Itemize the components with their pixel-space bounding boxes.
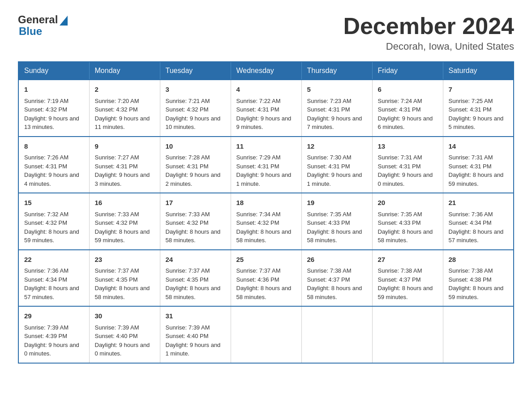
- calendar-week-row: 1Sunrise: 7:19 AMSunset: 4:32 PMDaylight…: [18, 80, 514, 137]
- calendar-week-row: 22Sunrise: 7:36 AMSunset: 4:34 PMDayligh…: [18, 250, 514, 307]
- calendar-cell: 25Sunrise: 7:37 AMSunset: 4:36 PMDayligh…: [231, 250, 301, 307]
- day-number: 16: [95, 198, 154, 208]
- calendar-cell: 30Sunrise: 7:39 AMSunset: 4:40 PMDayligh…: [89, 306, 160, 363]
- calendar-cell: 19Sunrise: 7:35 AMSunset: 4:33 PMDayligh…: [301, 193, 372, 250]
- calendar-cell: 20Sunrise: 7:35 AMSunset: 4:33 PMDayligh…: [372, 193, 443, 250]
- calendar-cell: [301, 306, 372, 363]
- day-info: Sunrise: 7:30 AMSunset: 4:31 PMDaylight:…: [307, 153, 367, 188]
- calendar-cell: 14Sunrise: 7:31 AMSunset: 4:31 PMDayligh…: [443, 137, 514, 193]
- calendar-cell: 11Sunrise: 7:29 AMSunset: 4:31 PMDayligh…: [231, 137, 301, 193]
- calendar-cell: 6Sunrise: 7:24 AMSunset: 4:31 PMDaylight…: [372, 80, 443, 137]
- calendar-cell: 13Sunrise: 7:31 AMSunset: 4:31 PMDayligh…: [372, 137, 443, 193]
- day-number: 17: [166, 198, 225, 208]
- calendar-cell: [372, 306, 443, 363]
- day-number: 29: [24, 311, 84, 321]
- calendar-cell: 10Sunrise: 7:28 AMSunset: 4:31 PMDayligh…: [160, 137, 231, 193]
- day-info: Sunrise: 7:37 AMSunset: 4:35 PMDaylight:…: [166, 266, 225, 301]
- month-year-title: December 2024: [343, 13, 514, 39]
- day-info: Sunrise: 7:26 AMSunset: 4:31 PMDaylight:…: [24, 153, 84, 188]
- calendar-cell: 27Sunrise: 7:38 AMSunset: 4:37 PMDayligh…: [372, 250, 443, 307]
- day-number: 11: [236, 141, 296, 152]
- day-number: 1: [24, 85, 84, 95]
- day-info: Sunrise: 7:34 AMSunset: 4:32 PMDaylight:…: [236, 210, 296, 245]
- logo-arrow-icon: [60, 16, 68, 26]
- day-number: 19: [307, 198, 367, 208]
- calendar-cell: 3Sunrise: 7:21 AMSunset: 4:32 PMDaylight…: [160, 80, 231, 137]
- day-number: 14: [449, 141, 508, 152]
- day-info: Sunrise: 7:28 AMSunset: 4:31 PMDaylight:…: [166, 153, 225, 188]
- calendar-cell: [443, 306, 514, 363]
- logo-blue-text: Blue: [19, 25, 42, 38]
- day-info: Sunrise: 7:22 AMSunset: 4:31 PMDaylight:…: [236, 97, 296, 132]
- calendar-week-row: 29Sunrise: 7:39 AMSunset: 4:39 PMDayligh…: [18, 306, 514, 363]
- calendar-cell: 5Sunrise: 7:23 AMSunset: 4:31 PMDaylight…: [301, 80, 372, 137]
- day-number: 22: [24, 255, 84, 265]
- header-monday: Monday: [89, 62, 160, 80]
- calendar-cell: 9Sunrise: 7:27 AMSunset: 4:31 PMDaylight…: [89, 137, 160, 193]
- calendar-cell: 18Sunrise: 7:34 AMSunset: 4:32 PMDayligh…: [231, 193, 301, 250]
- day-info: Sunrise: 7:37 AMSunset: 4:36 PMDaylight:…: [236, 266, 296, 301]
- day-info: Sunrise: 7:25 AMSunset: 4:31 PMDaylight:…: [449, 97, 508, 132]
- day-info: Sunrise: 7:36 AMSunset: 4:34 PMDaylight:…: [24, 266, 84, 301]
- header-saturday: Saturday: [443, 62, 514, 80]
- calendar-week-row: 15Sunrise: 7:32 AMSunset: 4:32 PMDayligh…: [18, 193, 514, 250]
- calendar-cell: 2Sunrise: 7:20 AMSunset: 4:32 PMDaylight…: [89, 80, 160, 137]
- logo-general-text: General: [18, 13, 58, 26]
- calendar-cell: 4Sunrise: 7:22 AMSunset: 4:31 PMDaylight…: [231, 80, 301, 137]
- day-info: Sunrise: 7:38 AMSunset: 4:38 PMDaylight:…: [449, 266, 508, 301]
- day-number: 30: [95, 311, 154, 321]
- calendar-cell: 7Sunrise: 7:25 AMSunset: 4:31 PMDaylight…: [443, 80, 514, 137]
- day-info: Sunrise: 7:38 AMSunset: 4:37 PMDaylight:…: [378, 266, 438, 301]
- day-number: 31: [166, 311, 225, 321]
- day-number: 10: [166, 141, 225, 152]
- day-number: 8: [24, 141, 84, 152]
- calendar-cell: 8Sunrise: 7:26 AMSunset: 4:31 PMDaylight…: [18, 137, 89, 193]
- calendar-table: Sunday Monday Tuesday Wednesday Thursday…: [18, 61, 514, 364]
- day-number: 18: [236, 198, 296, 208]
- calendar-cell: 29Sunrise: 7:39 AMSunset: 4:39 PMDayligh…: [18, 306, 89, 363]
- day-number: 9: [95, 141, 154, 152]
- day-info: Sunrise: 7:27 AMSunset: 4:31 PMDaylight:…: [95, 153, 154, 188]
- day-info: Sunrise: 7:20 AMSunset: 4:32 PMDaylight:…: [95, 97, 154, 132]
- calendar-cell: 26Sunrise: 7:38 AMSunset: 4:37 PMDayligh…: [301, 250, 372, 307]
- day-number: 6: [378, 85, 438, 95]
- calendar-cell: 15Sunrise: 7:32 AMSunset: 4:32 PMDayligh…: [18, 193, 89, 250]
- header-thursday: Thursday: [301, 62, 372, 80]
- calendar-cell: 23Sunrise: 7:37 AMSunset: 4:35 PMDayligh…: [89, 250, 160, 307]
- day-number: 12: [307, 141, 367, 152]
- calendar-cell: 21Sunrise: 7:36 AMSunset: 4:34 PMDayligh…: [443, 193, 514, 250]
- header-tuesday: Tuesday: [160, 62, 231, 80]
- calendar-cell: 16Sunrise: 7:33 AMSunset: 4:32 PMDayligh…: [89, 193, 160, 250]
- day-number: 4: [236, 85, 296, 95]
- day-info: Sunrise: 7:39 AMSunset: 4:39 PMDaylight:…: [24, 323, 84, 358]
- calendar-cell: 31Sunrise: 7:39 AMSunset: 4:40 PMDayligh…: [160, 306, 231, 363]
- day-info: Sunrise: 7:23 AMSunset: 4:31 PMDaylight:…: [307, 97, 367, 132]
- day-number: 15: [24, 198, 84, 208]
- calendar-week-row: 8Sunrise: 7:26 AMSunset: 4:31 PMDaylight…: [18, 137, 514, 193]
- day-info: Sunrise: 7:37 AMSunset: 4:35 PMDaylight:…: [95, 266, 154, 301]
- day-info: Sunrise: 7:32 AMSunset: 4:32 PMDaylight:…: [24, 210, 84, 245]
- calendar-cell: 22Sunrise: 7:36 AMSunset: 4:34 PMDayligh…: [18, 250, 89, 307]
- day-number: 25: [236, 255, 296, 265]
- day-info: Sunrise: 7:33 AMSunset: 4:32 PMDaylight:…: [166, 210, 225, 245]
- day-info: Sunrise: 7:39 AMSunset: 4:40 PMDaylight:…: [166, 323, 225, 358]
- day-number: 21: [449, 198, 508, 208]
- header-friday: Friday: [372, 62, 443, 80]
- header-sunday: Sunday: [18, 62, 89, 80]
- day-info: Sunrise: 7:35 AMSunset: 4:33 PMDaylight:…: [378, 210, 438, 245]
- location-subtitle: Decorah, Iowa, United States: [343, 41, 514, 52]
- day-number: 26: [307, 255, 367, 265]
- day-info: Sunrise: 7:19 AMSunset: 4:32 PMDaylight:…: [24, 97, 84, 132]
- calendar-body: 1Sunrise: 7:19 AMSunset: 4:32 PMDaylight…: [18, 80, 514, 363]
- day-info: Sunrise: 7:36 AMSunset: 4:34 PMDaylight:…: [449, 210, 508, 245]
- day-number: 7: [449, 85, 508, 95]
- calendar-cell: 17Sunrise: 7:33 AMSunset: 4:32 PMDayligh…: [160, 193, 231, 250]
- day-number: 20: [378, 198, 438, 208]
- day-number: 5: [307, 85, 367, 95]
- day-number: 2: [95, 85, 154, 95]
- day-info: Sunrise: 7:21 AMSunset: 4:32 PMDaylight:…: [166, 97, 225, 132]
- day-number: 28: [449, 255, 508, 265]
- day-info: Sunrise: 7:29 AMSunset: 4:31 PMDaylight:…: [236, 153, 296, 188]
- day-info: Sunrise: 7:38 AMSunset: 4:37 PMDaylight:…: [307, 266, 367, 301]
- day-number: 27: [378, 255, 438, 265]
